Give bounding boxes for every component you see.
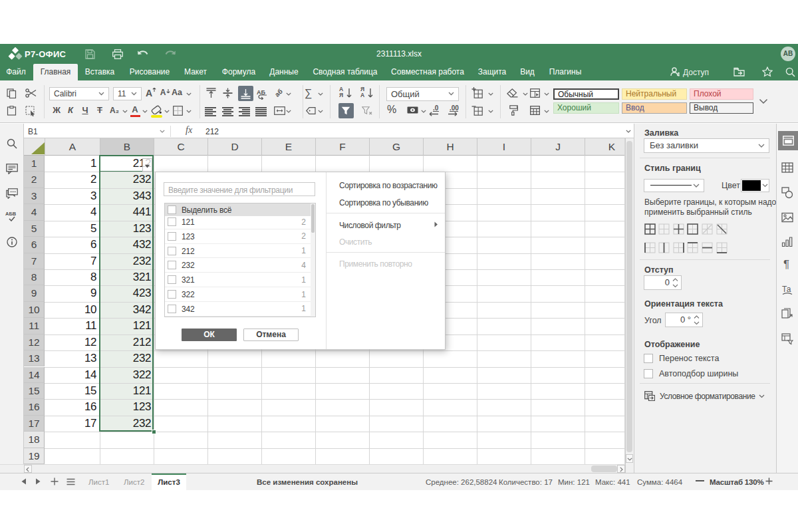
svg-text:Та: Та bbox=[782, 285, 791, 294]
